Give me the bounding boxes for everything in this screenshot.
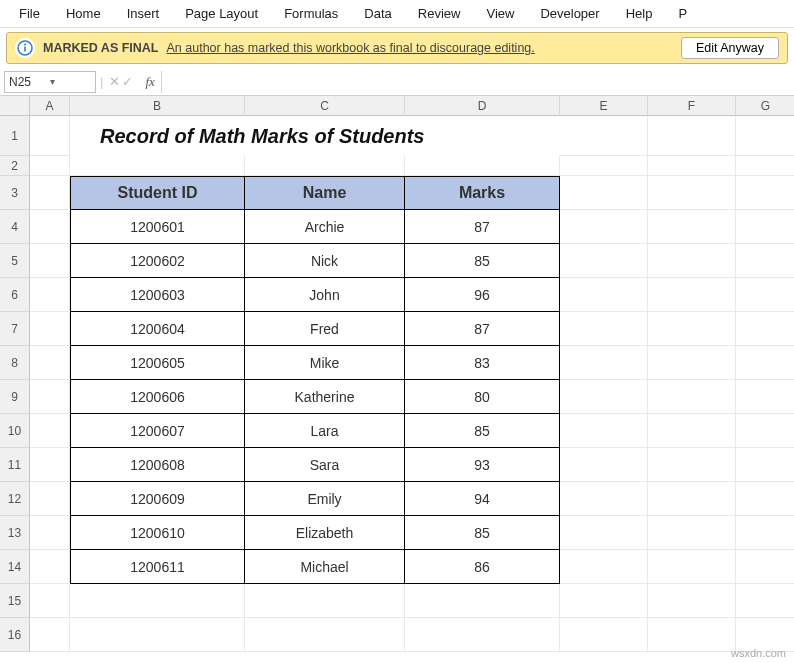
cell-marks[interactable]: 85 <box>405 244 560 278</box>
cell-name[interactable]: Archie <box>245 210 405 244</box>
cell[interactable] <box>736 244 794 278</box>
col-header-c[interactable]: C <box>245 96 405 116</box>
cell[interactable] <box>30 414 70 448</box>
cell[interactable] <box>648 176 736 210</box>
cell-name[interactable]: Katherine <box>245 380 405 414</box>
cell-name[interactable]: Lara <box>245 414 405 448</box>
cell[interactable] <box>648 278 736 312</box>
cell[interactable] <box>560 278 648 312</box>
cell[interactable] <box>560 584 648 618</box>
cell[interactable] <box>560 448 648 482</box>
cell[interactable] <box>30 448 70 482</box>
row-header-1[interactable]: 1 <box>0 116 30 156</box>
tab-file[interactable]: File <box>6 2 53 25</box>
cell-marks[interactable]: 80 <box>405 380 560 414</box>
row-header-16[interactable]: 16 <box>0 618 30 652</box>
cell-marks[interactable]: 83 <box>405 346 560 380</box>
cell-name[interactable]: Emily <box>245 482 405 516</box>
cell-marks[interactable]: 85 <box>405 414 560 448</box>
cell-marks[interactable]: 87 <box>405 312 560 346</box>
fx-icon[interactable]: fx <box>139 74 160 90</box>
cell-student-id[interactable]: 1200611 <box>70 550 245 584</box>
cell[interactable] <box>648 584 736 618</box>
cell[interactable] <box>560 312 648 346</box>
cell-student-id[interactable]: 1200607 <box>70 414 245 448</box>
cell[interactable] <box>560 618 648 652</box>
cell-name[interactable]: Sara <box>245 448 405 482</box>
cell[interactable] <box>648 414 736 448</box>
name-box[interactable]: N25 ▾ <box>4 71 96 93</box>
cell[interactable] <box>560 516 648 550</box>
cell[interactable] <box>560 116 648 156</box>
cell-name[interactable]: Michael <box>245 550 405 584</box>
tab-help[interactable]: Help <box>613 2 666 25</box>
formula-input[interactable] <box>161 71 790 93</box>
row-header-4[interactable]: 4 <box>0 210 30 244</box>
col-header-b[interactable]: B <box>70 96 245 116</box>
cell[interactable] <box>736 346 794 380</box>
col-name[interactable]: Name <box>245 176 405 210</box>
cell-student-id[interactable]: 1200606 <box>70 380 245 414</box>
cell[interactable] <box>560 380 648 414</box>
cell-student-id[interactable]: 1200602 <box>70 244 245 278</box>
cell[interactable] <box>30 116 70 156</box>
cell[interactable] <box>30 380 70 414</box>
row-header-8[interactable]: 8 <box>0 346 30 380</box>
tab-review[interactable]: Review <box>405 2 474 25</box>
cell-name[interactable]: John <box>245 278 405 312</box>
cell-student-id[interactable]: 1200609 <box>70 482 245 516</box>
cell[interactable] <box>736 380 794 414</box>
cell[interactable] <box>245 156 405 176</box>
row-header-10[interactable]: 10 <box>0 414 30 448</box>
col-header-d[interactable]: D <box>405 96 560 116</box>
cell[interactable] <box>560 414 648 448</box>
cell[interactable] <box>736 156 794 176</box>
cell[interactable] <box>736 210 794 244</box>
cell[interactable] <box>30 278 70 312</box>
tab-formulas[interactable]: Formulas <box>271 2 351 25</box>
sheet-title[interactable]: Record of Math Marks of Students <box>70 116 560 156</box>
cell[interactable] <box>648 312 736 346</box>
cell-student-id[interactable]: 1200608 <box>70 448 245 482</box>
cell[interactable] <box>30 156 70 176</box>
cell[interactable] <box>560 550 648 584</box>
edit-anyway-button[interactable]: Edit Anyway <box>681 37 779 59</box>
row-header-15[interactable]: 15 <box>0 584 30 618</box>
cell-name[interactable]: Fred <box>245 312 405 346</box>
tab-insert[interactable]: Insert <box>114 2 173 25</box>
cell-student-id[interactable]: 1200610 <box>70 516 245 550</box>
cell[interactable] <box>30 346 70 380</box>
cell[interactable] <box>560 156 648 176</box>
tab-overflow[interactable]: P <box>665 2 700 25</box>
row-header-7[interactable]: 7 <box>0 312 30 346</box>
cell[interactable] <box>736 278 794 312</box>
cell[interactable] <box>30 312 70 346</box>
chevron-down-icon[interactable]: ▾ <box>50 76 91 87</box>
cell-marks[interactable]: 86 <box>405 550 560 584</box>
cell[interactable] <box>648 482 736 516</box>
cell[interactable] <box>70 156 245 176</box>
cell[interactable] <box>648 448 736 482</box>
cell[interactable] <box>648 516 736 550</box>
cell[interactable] <box>30 244 70 278</box>
col-marks[interactable]: Marks <box>405 176 560 210</box>
cell[interactable] <box>736 116 794 156</box>
row-header-5[interactable]: 5 <box>0 244 30 278</box>
cell-marks[interactable]: 94 <box>405 482 560 516</box>
cell-marks[interactable]: 87 <box>405 210 560 244</box>
cell[interactable] <box>736 482 794 516</box>
row-header-11[interactable]: 11 <box>0 448 30 482</box>
cell-name[interactable]: Mike <box>245 346 405 380</box>
cell[interactable] <box>736 312 794 346</box>
cell-marks[interactable]: 85 <box>405 516 560 550</box>
cell[interactable] <box>30 482 70 516</box>
row-header-3[interactable]: 3 <box>0 176 30 210</box>
cell-name[interactable]: Elizabeth <box>245 516 405 550</box>
cell[interactable] <box>245 618 405 652</box>
row-header-9[interactable]: 9 <box>0 380 30 414</box>
cell[interactable] <box>30 516 70 550</box>
row-header-13[interactable]: 13 <box>0 516 30 550</box>
cell[interactable] <box>560 244 648 278</box>
cell[interactable] <box>736 448 794 482</box>
cell[interactable] <box>648 244 736 278</box>
